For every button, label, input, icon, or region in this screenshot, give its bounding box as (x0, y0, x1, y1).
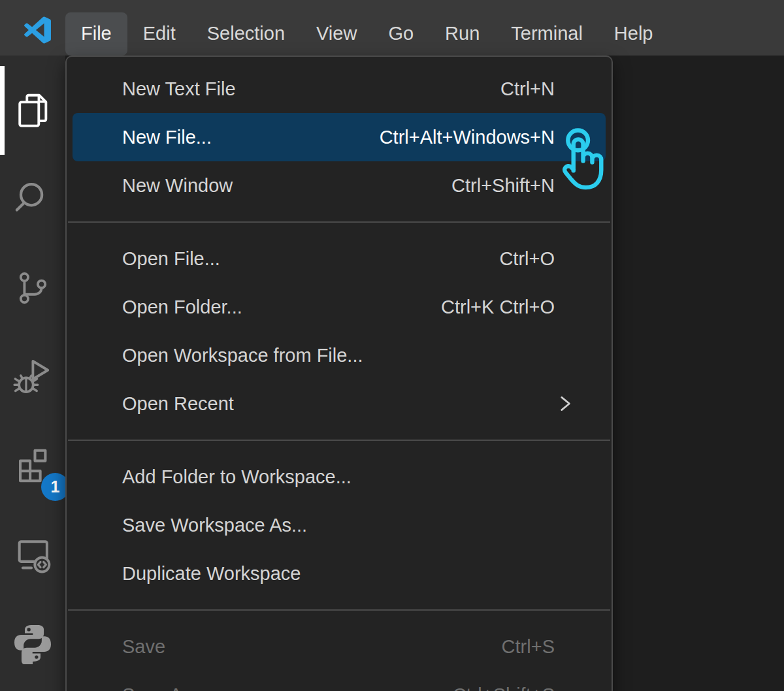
menubar-item-view[interactable]: View (301, 12, 372, 56)
submenu-chevron-icon (553, 393, 576, 415)
menu-item-label: New Text File (122, 78, 236, 100)
menu-item-shortcut: Ctrl+O (473, 248, 555, 270)
menu-item-new-file[interactable]: New File... Ctrl+Alt+Windows+N (73, 113, 606, 161)
menu-separator (68, 221, 610, 223)
activitybar-item-python[interactable] (0, 599, 65, 688)
menu-item-label: Open Workspace from File... (122, 345, 363, 366)
menu-item-label: Open Recent (122, 393, 234, 415)
active-view-indicator (0, 66, 5, 155)
menu-item-save-workspace-as[interactable]: Save Workspace As... (73, 501, 606, 549)
menu-item-label: Open Folder... (122, 297, 242, 318)
activitybar-item-run-and-debug[interactable] (0, 332, 65, 421)
menu-item-shortcut: Ctrl+Shift+S (427, 684, 555, 691)
menu-item-label: Save As... (122, 684, 208, 691)
activity-bar: 1 (0, 56, 65, 691)
source-control-icon (12, 268, 53, 308)
activitybar-item-extensions[interactable]: 1 (0, 421, 65, 510)
menu-item-label: Open File... (122, 248, 220, 270)
python-icon (12, 622, 54, 664)
activitybar-item-search[interactable] (0, 155, 65, 244)
menubar-item-terminal[interactable]: Terminal (495, 12, 598, 56)
menubar-item-selection[interactable]: Selection (191, 12, 301, 56)
file-menu: New Text File Ctrl+N New File... Ctrl+Al… (65, 56, 613, 691)
menu-item-new-text-file[interactable]: New Text File Ctrl+N (73, 65, 606, 113)
menubar-item-edit[interactable]: Edit (127, 12, 191, 56)
menu-item-shortcut: Ctrl+Shift+N (425, 175, 555, 197)
activitybar-item-remote-explorer[interactable] (0, 510, 65, 599)
menu-item-open-file[interactable]: Open File... Ctrl+O (73, 234, 606, 283)
menu-item-label: New File... (122, 127, 212, 148)
menu-item-shortcut: Ctrl+Alt+Windows+N (353, 127, 555, 148)
menubar: File Edit Selection View Go Run Terminal… (65, 0, 669, 56)
activitybar-item-explorer[interactable] (0, 66, 65, 155)
menu-separator (68, 609, 610, 611)
explorer-files-icon (12, 90, 53, 131)
menubar-item-help[interactable]: Help (598, 12, 669, 56)
vscode-logo-icon (24, 15, 51, 45)
menu-item-open-recent[interactable]: Open Recent (73, 379, 606, 428)
activitybar-item-source-control[interactable] (0, 244, 65, 332)
menu-item-save: Save Ctrl+S (73, 622, 606, 671)
menu-item-label: Add Folder to Workspace... (122, 466, 351, 488)
menu-item-open-workspace-from-file[interactable]: Open Workspace from File... (73, 331, 606, 379)
menu-item-save-as: Save As... Ctrl+Shift+S (73, 671, 606, 691)
menu-item-label: Save (122, 636, 165, 658)
menu-item-shortcut: Ctrl+N (474, 78, 555, 100)
titlebar: File Edit Selection View Go Run Terminal… (0, 0, 784, 56)
menu-item-shortcut: Ctrl+K Ctrl+O (415, 297, 555, 318)
run-and-debug-icon (12, 357, 53, 397)
menu-item-new-window[interactable]: New Window Ctrl+Shift+N (73, 161, 606, 210)
menubar-item-run[interactable]: Run (429, 12, 495, 56)
menu-separator (68, 440, 610, 441)
menubar-item-go[interactable]: Go (372, 12, 429, 56)
search-icon (12, 179, 53, 219)
menu-item-label: Save Workspace As... (122, 515, 307, 536)
menubar-item-file[interactable]: File (65, 12, 127, 56)
menu-item-label: Duplicate Workspace (122, 563, 301, 585)
menu-item-open-folder[interactable]: Open Folder... Ctrl+K Ctrl+O (73, 283, 606, 331)
remote-explorer-icon (12, 534, 53, 575)
menu-item-label: New Window (122, 175, 233, 197)
menu-item-duplicate-workspace[interactable]: Duplicate Workspace (73, 549, 606, 598)
menu-item-add-folder-to-workspace[interactable]: Add Folder to Workspace... (73, 453, 606, 501)
menu-item-shortcut: Ctrl+S (476, 636, 555, 658)
